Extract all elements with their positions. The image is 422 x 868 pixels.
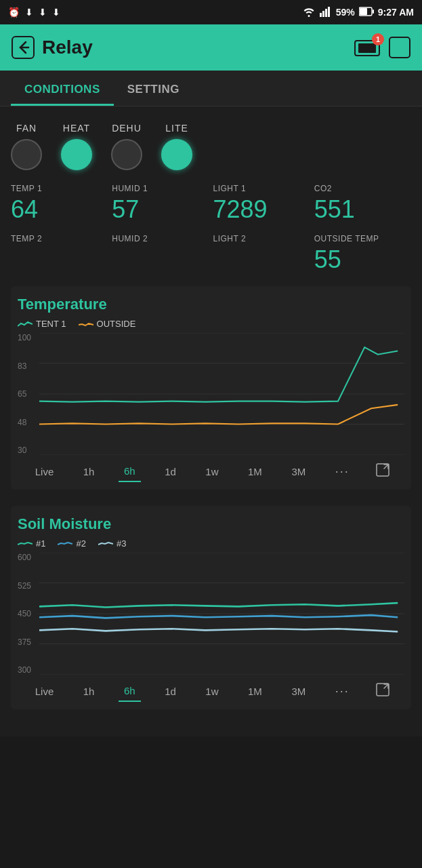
relay-heat-label: HEAT [63,123,90,134]
relay-fan-label: FAN [16,123,37,134]
sensor-light2-label: LIGHT 2 [213,234,310,243]
sensor-light2: LIGHT 2 [213,234,310,273]
relay-fan: FAN [11,123,42,170]
temperature-chart-section: Temperature TENT 1 OUTSIDE 100 83 65 48 … [11,286,411,490]
legend-soil2-label: #2 [76,538,85,549]
soil-chart-legend: #1 #2 #3 [18,538,404,549]
relay-lite: LITE [161,123,192,170]
app-header: Relay 1 [0,24,422,71]
soil-time-1m[interactable]: 1M [242,682,268,701]
temp-time-3m[interactable]: 3M [286,462,311,481]
temp-time-1w[interactable]: 1w [200,462,224,481]
relay-fan-indicator[interactable] [11,139,42,170]
temp-time-1m[interactable]: 1M [242,462,268,481]
legend-soil2: #2 [58,538,85,549]
sensor-row-2: TEMP 2 HUMID 2 LIGHT 2 OUTSIDE TEMP 55 [11,234,411,273]
temp-time-live[interactable]: Live [30,462,60,481]
sensor-outside-temp-value: 55 [314,246,411,273]
wifi-icon [302,6,316,19]
temp-more-button[interactable]: ··· [330,460,355,483]
settings-button[interactable] [388,36,411,59]
relay-dehu-label: DEHU [112,123,142,134]
legend-soil1-label: #1 [36,538,45,549]
tab-bar: CONDITIONS SETTING [0,71,422,106]
soil-time-3m[interactable]: 3M [286,682,311,701]
soil-y-300: 300 [18,665,39,675]
soil-time-1d[interactable]: 1d [159,682,182,701]
legend-soil1: #1 [18,538,45,549]
relay-lite-indicator[interactable] [161,139,192,170]
tab-conditions[interactable]: CONDITIONS [11,71,114,106]
legend-outside: OUTSIDE [79,319,136,329]
soil-time-bar: Live 1h 6h 1d 1w 1M 3M ··· [18,680,404,703]
relay-lite-label: LITE [165,123,188,134]
soil-yaxis: 600 525 450 375 300 [18,553,39,675]
sensor-humid2: HUMID 2 [112,234,209,273]
relay-dehu: DEHU [111,123,142,170]
temp-y-65: 65 [18,389,39,399]
soil-y-525: 525 [18,581,39,591]
soil-y-450: 450 [18,609,39,618]
tab-setting[interactable]: SETTING [114,71,193,106]
svg-rect-13 [389,37,410,58]
sensor-temp1-value: 64 [11,196,108,223]
device-button[interactable]: 1 [354,37,380,58]
soil-chart-svg-area [39,553,404,675]
legend-soil3: #3 [98,538,126,549]
download1-icon: ⬇ [25,7,33,18]
temp-y-100: 100 [18,333,39,342]
soil-chart-svg [39,553,404,675]
time-display: 9:27 AM [378,7,414,18]
soil-time-6h[interactable]: 6h [119,681,141,702]
svg-rect-3 [328,7,330,17]
svg-rect-6 [373,9,374,14]
sensor-co2-label: CO2 [314,184,411,193]
legend-outside-label: OUTSIDE [97,319,136,329]
download3-icon: ⬇ [52,7,60,18]
sensor-temp1: TEMP 1 64 [11,184,108,223]
sensor-humid2-label: HUMID 2 [112,234,209,243]
relay-heat: HEAT [61,123,92,170]
temp-yaxis: 100 83 65 48 30 [18,333,39,455]
temp-y-30: 30 [18,446,39,455]
relay-dehu-indicator[interactable] [111,139,142,170]
relay-heat-indicator[interactable] [61,139,92,170]
soil-more-button[interactable]: ··· [330,680,355,703]
svg-rect-2 [325,9,327,17]
back-button[interactable] [11,35,35,60]
soil-time-1w[interactable]: 1w [200,682,224,701]
temp-chart-svg-area [39,333,404,455]
temp-time-bar: Live 1h 6h 1d 1w 1M 3M ··· [18,460,404,483]
temp-chart-area: 100 83 65 48 30 [18,333,404,455]
svg-rect-5 [360,8,367,15]
soil-expand-button[interactable] [373,680,392,703]
sensor-row-1: TEMP 1 64 HUMID 1 57 LIGHT 1 7289 CO2 55… [11,184,411,223]
temp-time-1h[interactable]: 1h [78,462,100,481]
temp-y-48: 48 [18,418,39,427]
battery-icon [359,7,374,18]
soil-chart-title: Soil Moisture [18,515,404,533]
legend-tent1-label: TENT 1 [36,319,66,329]
notification-badge: 1 [372,33,384,45]
status-bar: ⏰ ⬇ ⬇ ⬇ 59% 9:27 AM [0,0,422,24]
temp-time-6h[interactable]: 6h [119,461,141,482]
soil-y-375: 375 [18,637,39,647]
alarm-icon: ⏰ [8,7,20,18]
status-info: 59% 9:27 AM [302,6,414,19]
soil-chart-area: 600 525 450 375 300 [18,553,404,675]
sensor-humid1-label: HUMID 1 [112,184,209,193]
soil-chart-section: Soil Moisture #1 #2 #3 600 525 450 375 3… [11,506,411,709]
sensor-outside-temp: OUTSIDE TEMP 55 [314,234,411,273]
sensor-co2: CO2 551 [314,184,411,223]
sensor-temp2-label: TEMP 2 [11,234,108,243]
soil-time-1h[interactable]: 1h [78,682,100,701]
sensor-temp1-label: TEMP 1 [11,184,108,193]
temp-expand-button[interactable] [373,460,392,483]
legend-soil3-label: #3 [117,538,126,549]
temp-time-1d[interactable]: 1d [159,462,182,481]
relay-indicators: FAN HEAT DEHU LITE [11,123,411,170]
temp-y-83: 83 [18,361,39,371]
status-icons: ⏰ ⬇ ⬇ ⬇ [8,7,60,18]
temp-chart-title: Temperature [18,296,404,313]
soil-time-live[interactable]: Live [30,682,60,701]
